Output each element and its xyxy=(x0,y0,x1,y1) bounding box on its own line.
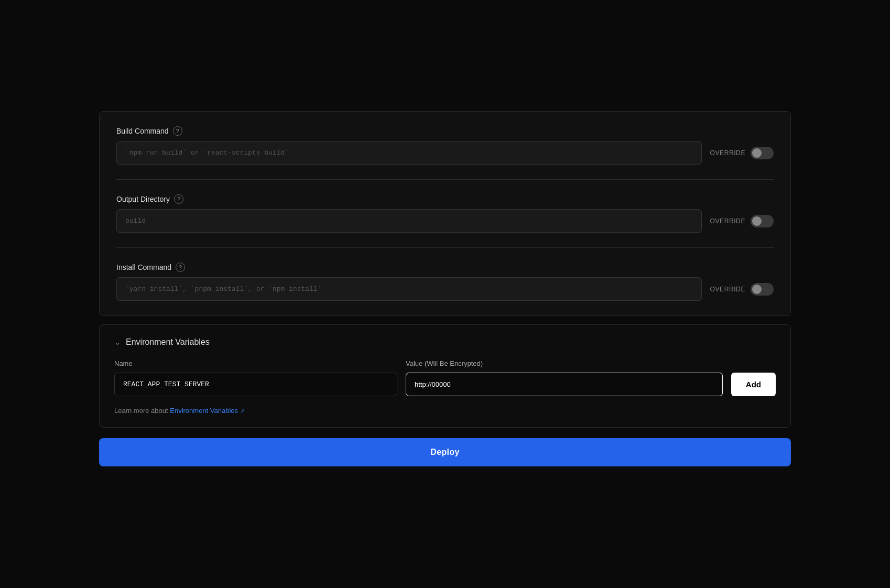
env-variables-title: Environment Variables xyxy=(126,337,210,347)
build-command-input[interactable] xyxy=(116,141,702,165)
output-directory-input[interactable] xyxy=(116,209,702,233)
output-directory-label-row: Output Directory ? xyxy=(116,194,774,204)
divider-1 xyxy=(116,179,774,180)
output-directory-help-icon[interactable]: ? xyxy=(174,194,183,204)
divider-2 xyxy=(116,247,774,248)
install-command-input-row: OVERRIDE xyxy=(116,277,774,301)
add-env-variable-button[interactable]: Add xyxy=(731,373,776,396)
build-command-toggle[interactable] xyxy=(751,147,774,159)
output-directory-toggle[interactable] xyxy=(751,215,774,227)
build-command-label-row: Build Command ? xyxy=(116,126,774,136)
env-variables-learn-more-link[interactable]: Environment Variables↗ xyxy=(170,407,245,415)
commands-section: Build Command ? OVERRIDE Output Director… xyxy=(99,111,791,316)
build-command-override-label: OVERRIDE xyxy=(710,149,745,157)
output-directory-toggle-slider xyxy=(751,215,774,227)
build-command-toggle-slider xyxy=(751,147,774,159)
env-value-input[interactable] xyxy=(406,373,723,396)
deploy-button[interactable]: Deploy xyxy=(99,438,791,466)
install-command-group: Install Command ? OVERRIDE xyxy=(116,263,774,301)
build-command-label: Build Command xyxy=(116,127,169,135)
env-field-labels: Name Value (Will Be Encrypted) xyxy=(114,360,776,367)
learn-more-static-text: Learn more about xyxy=(114,407,170,415)
install-command-override-group: OVERRIDE xyxy=(710,283,774,296)
install-command-toggle-slider xyxy=(751,283,774,296)
build-command-group: Build Command ? OVERRIDE xyxy=(116,126,774,165)
install-command-label-row: Install Command ? xyxy=(116,263,774,272)
env-fields-container: Name Value (Will Be Encrypted) Add xyxy=(114,360,776,396)
learn-more-container: Learn more about Environment Variables↗ xyxy=(114,407,776,415)
build-command-override-group: OVERRIDE xyxy=(710,147,774,159)
env-variables-header[interactable]: ⌄ Environment Variables xyxy=(114,337,776,347)
install-command-input[interactable] xyxy=(116,277,702,301)
output-directory-override-label: OVERRIDE xyxy=(710,217,745,225)
external-link-icon: ↗ xyxy=(240,408,245,415)
main-container: Build Command ? OVERRIDE Output Director… xyxy=(99,101,791,487)
install-command-toggle[interactable] xyxy=(751,283,774,296)
install-command-label: Install Command xyxy=(116,263,171,271)
install-command-help-icon[interactable]: ? xyxy=(176,263,185,272)
chevron-down-icon: ⌄ xyxy=(114,338,121,346)
build-command-input-row: OVERRIDE xyxy=(116,141,774,165)
build-command-help-icon[interactable]: ? xyxy=(173,126,182,136)
env-name-column-label: Name xyxy=(114,360,397,367)
env-variables-section: ⌄ Environment Variables Name Value (Will… xyxy=(99,324,791,428)
install-command-override-label: OVERRIDE xyxy=(710,286,745,293)
output-directory-input-row: OVERRIDE xyxy=(116,209,774,233)
env-name-input[interactable] xyxy=(114,373,397,396)
output-directory-group: Output Directory ? OVERRIDE xyxy=(116,194,774,233)
env-value-column-label: Value (Will Be Encrypted) xyxy=(406,360,776,367)
env-inputs-row: Add xyxy=(114,373,776,396)
output-directory-override-group: OVERRIDE xyxy=(710,215,774,227)
output-directory-label: Output Directory xyxy=(116,195,170,203)
